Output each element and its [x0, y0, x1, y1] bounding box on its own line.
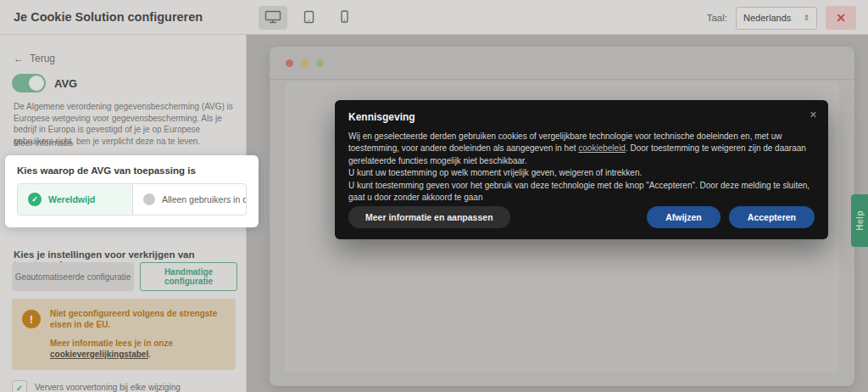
accept-button[interactable]: Accepteren	[729, 206, 815, 228]
traffic-light-green-icon	[316, 59, 324, 67]
toggle-knob	[29, 76, 44, 91]
back-label: Terug	[30, 53, 55, 64]
more-info-link[interactable]: Meer informatie	[14, 138, 72, 148]
browser-toolbar-divider	[270, 79, 854, 80]
scope-option-eu-only[interactable]: Alleen gebruikers in de EU	[133, 184, 247, 215]
settings-sidebar: ← Terug AVG De Algemene verordening gege…	[0, 35, 247, 392]
phone-preview-button[interactable]	[330, 6, 359, 30]
scope-segmented-control: ✓ Wereldwijd Alleen gebruikers in de EU	[17, 183, 247, 216]
manual-configuration-button[interactable]: Handmatige configuratie	[140, 262, 237, 291]
radio-circle-icon	[143, 193, 155, 205]
close-icon: ✕	[836, 11, 846, 25]
preview-refresh-checkbox[interactable]: ✓	[12, 380, 27, 392]
language-label: Taal:	[707, 13, 727, 23]
preview-refresh-label: Ververs voorvertoning bij elke wijziging	[35, 383, 181, 392]
top-header: Je Cookie Solution configureren Taal: Ne…	[0, 0, 868, 35]
help-tab-label: Help	[855, 210, 865, 231]
help-tab[interactable]: Help	[851, 194, 868, 247]
traffic-light-yellow-icon	[301, 59, 309, 67]
warning-more-info: Meer informatie lees je in onze cookieve…	[50, 338, 225, 360]
gdpr-toggle-row: AVG	[12, 74, 77, 92]
traffic-light-red-icon	[286, 59, 293, 67]
configuration-buttons: Geautomatiseerde configuratie Handmatige…	[12, 262, 237, 291]
cookie-comparison-table-link[interactable]: cookievergelijkingstabel	[50, 350, 148, 359]
cookie-policy-link[interactable]: cookiebeleid	[578, 143, 626, 153]
close-configurator-button[interactable]: ✕	[826, 6, 856, 30]
select-arrows-icon: ⇕	[803, 14, 810, 22]
tablet-icon	[303, 10, 314, 26]
page-title: Je Cookie Solution configureren	[14, 10, 203, 24]
gdpr-toggle-label: AVG	[54, 77, 77, 90]
gdpr-scope-section: Kies waarop de AVG van toepassing is ✓ W…	[5, 155, 259, 227]
banner-footer: Meer informatie en aanpassen Afwijzen Ac…	[348, 206, 815, 228]
desktop-icon	[264, 10, 281, 26]
warning-message: Niet geconfigureerd volgens de strengste…	[50, 308, 225, 330]
phone-icon	[341, 10, 348, 25]
warning-icon: !	[22, 310, 41, 328]
back-arrow-icon: ←	[14, 53, 24, 64]
tablet-preview-button[interactable]	[294, 6, 323, 30]
language-select-value: Nederlands	[743, 13, 791, 23]
preview-area: Kennisgeving ✕ Wij en geselecteerde derd…	[247, 35, 868, 392]
back-link[interactable]: ← Terug	[14, 53, 55, 64]
scope-option-label: Alleen gebruikers in de EU	[162, 194, 247, 204]
device-preview-switcher	[259, 6, 359, 30]
preview-refresh-row: ✓ Ververs voorvertoning bij elke wijzigi…	[12, 380, 181, 392]
banner-title: Kennisgeving	[348, 111, 815, 123]
scope-option-worldwide[interactable]: ✓ Wereldwijd	[18, 184, 133, 215]
eu-compliance-warning: ! Niet geconfigureerd volgens de strengs…	[12, 299, 236, 370]
banner-action-buttons: Afwijzen Accepteren	[647, 206, 815, 228]
language-select[interactable]: Nederlands ⇕	[736, 7, 817, 30]
desktop-preview-button[interactable]	[259, 6, 287, 30]
reject-button[interactable]: Afwijzen	[647, 206, 721, 228]
browser-traffic-lights	[286, 59, 324, 67]
customize-button[interactable]: Meer informatie en aanpassen	[348, 206, 510, 228]
banner-close-icon[interactable]: ✕	[810, 109, 817, 120]
scope-option-label: Wereldwijd	[48, 194, 95, 204]
gdpr-toggle[interactable]	[12, 74, 46, 92]
auto-configuration-button[interactable]: Geautomatiseerde configuratie	[12, 262, 134, 291]
check-circle-icon: ✓	[28, 193, 42, 206]
browser-mockup: Kennisgeving ✕ Wij en geselecteerde derd…	[270, 47, 854, 386]
cookie-notice-banner: Kennisgeving ✕ Wij en geselecteerde derd…	[335, 100, 828, 239]
scope-title: Kies waarop de AVG van toepassing is	[17, 165, 247, 176]
header-right-controls: Taal: Nederlands ⇕ ✕	[707, 6, 856, 30]
checkbox-check-icon: ✓	[16, 384, 23, 392]
banner-body-text: Wij en geselecteerde derden gebruiken co…	[348, 131, 815, 204]
warning-text-block: Niet geconfigureerd volgens de strengste…	[50, 308, 225, 361]
